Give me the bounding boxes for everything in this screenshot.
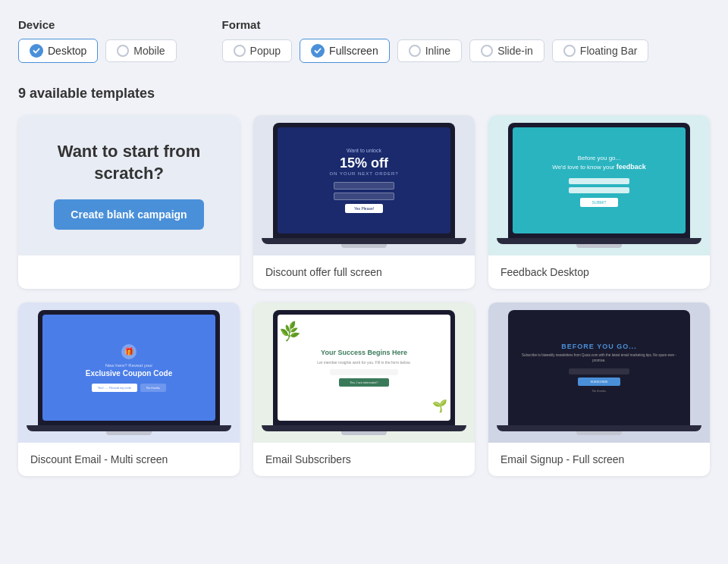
email-signup-btn-mock: SUBSCRIBE <box>578 378 620 386</box>
fullscreen-btn-label: Fullscreen <box>329 45 378 57</box>
email-signup-label: Email Signup - Full screen <box>488 443 710 476</box>
laptop-screen-inner-discount: Want to unlock 15% off ON YOUR NEXT ORDE… <box>278 127 450 233</box>
template-preview-blank: Want to start from scratch? Create blank… <box>18 115 240 255</box>
discount-screen-content: Want to unlock 15% off ON YOUR NEXT ORDE… <box>278 127 450 233</box>
format-label: Format <box>222 18 649 31</box>
laptop-mockup-discount: Want to unlock 15% off ON YOUR NEXT ORDE… <box>262 123 466 248</box>
feedback-screen-content: Before you go...We'd love to know your f… <box>513 127 686 233</box>
laptop-stand-discount <box>341 244 387 248</box>
format-popup-btn[interactable]: Popup <box>222 39 292 62</box>
template-card-discount-fullscreen[interactable]: Want to unlock 15% off ON YOUR NEXT ORDE… <box>253 115 475 289</box>
mobile-radio-circle <box>117 45 129 57</box>
scratch-card-content: Want to start from scratch? Create blank… <box>30 127 228 243</box>
email-sub-label: Email Subscribers <box>253 443 475 476</box>
laptop-stand-email-sub <box>341 431 387 435</box>
coupon-icon: 🎁 <box>121 344 136 359</box>
device-desktop-btn[interactable]: Desktop <box>18 39 98 63</box>
laptop-screen-outer-coupon: 🎁 New here? Reveal your Exclusive Coupon… <box>38 310 220 425</box>
email-signup-text: Subscribe to biweekly newsletters from Q… <box>520 353 678 364</box>
laptop-screen-outer-email-signup: BEFORE YOU GO... Subscribe to biweekly n… <box>508 310 690 425</box>
feedback-btn-mock: SUBMIT <box>580 198 619 207</box>
device-mobile-btn[interactable]: Mobile <box>105 39 176 62</box>
laptop-screen-inner-email-sub: 🌿 🌱 Your Success Begins Here Let member … <box>278 315 450 421</box>
feedback-title-text: Before you go...We'd love to know your f… <box>552 154 646 172</box>
email-signup-input-mock <box>569 368 629 374</box>
device-label: Device <box>18 18 177 31</box>
fullscreen-check-icon <box>311 44 325 58</box>
desktop-btn-label: Desktop <box>48 45 86 57</box>
laptop-base-discount <box>262 238 466 244</box>
slidein-radio-circle <box>481 45 493 57</box>
format-fullscreen-btn[interactable]: Fullscreen <box>300 39 390 63</box>
coupon-btn1: Yes!...... Reveal my code <box>92 384 137 392</box>
template-card-email-signup[interactable]: BEFORE YOU GO... Subscribe to biweekly n… <box>488 302 710 476</box>
laptop-screen-inner-email-signup: BEFORE YOU GO... Subscribe to biweekly n… <box>513 315 686 421</box>
coupon-title-text: Exclusive Coupon Code <box>86 369 172 378</box>
floatingbar-radio-circle <box>563 45 576 57</box>
format-group: Format Popup Fullscreen Inline Sli <box>222 18 649 63</box>
scratch-title: Want to start from scratch? <box>30 141 228 184</box>
email-leaf-right-icon: 🌱 <box>432 399 447 413</box>
email-sub-btn-mock: Yes, I am interested ! <box>339 378 388 387</box>
desktop-check-icon <box>30 44 43 58</box>
template-card-coupon[interactable]: 🎁 New here? Reveal your Exclusive Coupon… <box>18 302 240 476</box>
laptop-mockup-feedback: Before you go...We'd love to know your f… <box>497 123 701 248</box>
email-sub-title: Your Success Begins Here <box>321 349 407 356</box>
templates-grid: Want to start from scratch? Create blank… <box>18 115 710 476</box>
laptop-mockup-email-signup: BEFORE YOU GO... Subscribe to biweekly n… <box>497 310 701 435</box>
email-sub-input-mock <box>330 369 398 375</box>
coupon-buttons: Yes!...... Reveal my code No thanks <box>92 384 166 392</box>
laptop-screen-outer-feedback: Before you go...We'd love to know your f… <box>508 123 690 238</box>
discount-percent-text: 15% off <box>340 155 388 171</box>
coupon-btn2: No thanks <box>140 384 166 392</box>
email-signup-link-mock: No thanks <box>592 389 606 393</box>
laptop-screen-outer-email-sub: 🌿 🌱 Your Success Begins Here Let member … <box>273 310 455 425</box>
inline-btn-label: Inline <box>425 45 450 57</box>
email-sub-screen-content: 🌿 🌱 Your Success Begins Here Let member … <box>278 315 450 421</box>
laptop-screen-inner-feedback: Before you go...We'd love to know your f… <box>513 127 686 233</box>
template-preview-coupon: 🎁 New here? Reveal your Exclusive Coupon… <box>18 302 240 443</box>
format-button-group: Popup Fullscreen Inline Slide-in <box>222 39 649 63</box>
discount-want-text: Want to unlock <box>347 148 381 153</box>
format-floatingbar-btn[interactable]: Floating Bar <box>552 39 648 62</box>
discount-input-mock-1 <box>334 182 394 190</box>
inline-radio-circle <box>409 45 421 57</box>
floatingbar-btn-label: Floating Bar <box>580 45 637 57</box>
coupon-new-here-text: New here? Reveal your <box>105 363 153 368</box>
laptop-screen-inner-coupon: 🎁 New here? Reveal your Exclusive Coupon… <box>42 315 215 421</box>
laptop-stand-coupon <box>106 431 152 435</box>
email-leaf-left-icon: 🌿 <box>278 319 303 343</box>
laptop-base-feedback <box>497 238 701 244</box>
laptop-base-email-sub <box>262 425 466 431</box>
device-group: Device Desktop Mobile <box>18 18 177 63</box>
create-blank-button[interactable]: Create blank campaign <box>54 199 203 230</box>
template-preview-email-sub: 🌿 🌱 Your Success Begins Here Let member … <box>253 302 475 443</box>
discount-btn-mock: Yes Please! <box>345 204 383 213</box>
device-button-group: Desktop Mobile <box>18 39 177 63</box>
popup-radio-circle <box>234 45 246 57</box>
template-card-email-sub[interactable]: 🌿 🌱 Your Success Begins Here Let member … <box>253 302 475 476</box>
laptop-base-email-signup <box>497 425 701 431</box>
templates-count: 9 available templates <box>18 86 710 102</box>
feedback-input-mock-1 <box>569 178 629 184</box>
template-preview-discount: Want to unlock 15% off ON YOUR NEXT ORDE… <box>253 115 475 255</box>
template-card-feedback[interactable]: Before you go...We'd love to know your f… <box>488 115 710 289</box>
template-card-blank[interactable]: Want to start from scratch? Create blank… <box>18 115 240 289</box>
top-controls: Device Desktop Mobile Format Popup <box>18 18 710 63</box>
slidein-btn-label: Slide-in <box>497 45 533 57</box>
format-inline-btn[interactable]: Inline <box>397 39 462 62</box>
laptop-stand-email-signup <box>576 431 622 435</box>
coupon-label: Discount Email - Multi screen <box>18 443 240 476</box>
discount-sub-text: ON YOUR NEXT ORDER? <box>329 171 398 176</box>
template-preview-feedback: Before you go...We'd love to know your f… <box>488 115 710 255</box>
feedback-input-mock-2 <box>569 187 629 193</box>
template-preview-email-signup: BEFORE YOU GO... Subscribe to biweekly n… <box>488 302 710 443</box>
format-slidein-btn[interactable]: Slide-in <box>469 39 544 62</box>
coupon-screen-content: 🎁 New here? Reveal your Exclusive Coupon… <box>42 315 215 421</box>
laptop-stand-feedback <box>576 244 622 248</box>
discount-fullscreen-label: Discount offer full screen <box>253 255 475 289</box>
mobile-btn-label: Mobile <box>133 45 165 57</box>
laptop-screen-outer-discount: Want to unlock 15% off ON YOUR NEXT ORDE… <box>273 123 455 238</box>
discount-input-mock-2 <box>334 193 394 200</box>
feedback-desktop-label: Feedback Desktop <box>488 255 710 289</box>
